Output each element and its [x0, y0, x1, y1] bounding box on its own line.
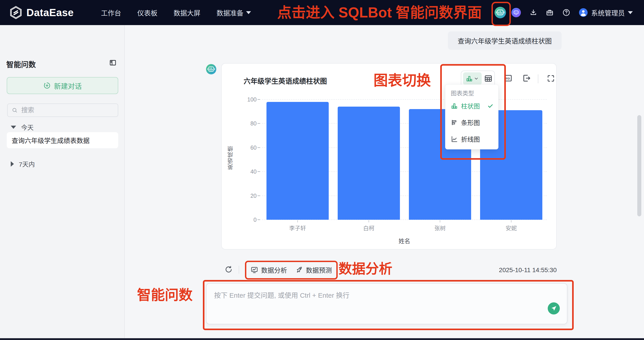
conversation-item[interactable]: 查询六年级学生成绩表数据: [7, 132, 118, 148]
column-chart-icon: [466, 75, 473, 82]
toolbox-button[interactable]: [546, 8, 554, 17]
user-name: 系统管理员: [591, 8, 625, 18]
bar-李子轩: [266, 102, 329, 220]
monitor-analysis-icon: [250, 266, 258, 274]
chevron-down-icon: [246, 11, 251, 14]
y-tick-label: 0: [254, 216, 256, 223]
chart-type-button[interactable]: [463, 72, 482, 85]
chart-type-dropdown: 图表类型 柱状图 条形图 折线图: [445, 84, 498, 150]
chart-card-title: 六年级学生英语成绩柱状图: [244, 76, 327, 86]
dropdown-label: 图表类型: [451, 89, 474, 97]
sidebar-group-today[interactable]: 今天: [0, 123, 125, 132]
sidebar-group-7days[interactable]: 7天内: [0, 160, 125, 168]
send-button[interactable]: [548, 302, 560, 314]
table-view-button[interactable]: [484, 74, 493, 83]
caret-down-icon: [11, 126, 16, 129]
y-tick-mark: [258, 123, 260, 124]
sidebar-title: 智能问数: [6, 59, 36, 70]
scrollbar-thumb[interactable]: [637, 115, 641, 216]
nav-right-icons: 系统管理员: [511, 0, 633, 25]
x-tick-mark: [440, 220, 440, 222]
x-tick-mark: [368, 220, 369, 222]
dropdown-option-bar[interactable]: 条形图: [446, 115, 499, 130]
paper-plane-icon: [550, 305, 557, 312]
y-tick-mark: [258, 148, 260, 148]
fullscreen-button[interactable]: [546, 74, 555, 83]
collapse-panel-icon[interactable]: [109, 59, 117, 67]
y-tick-label: 100: [247, 96, 256, 103]
ai-assistant-button[interactable]: [511, 8, 521, 18]
y-tick-label: 20: [250, 192, 256, 199]
avatar: [578, 8, 588, 17]
user-menu[interactable]: 系统管理员: [578, 8, 633, 18]
data-analysis-button[interactable]: 数据分析: [250, 265, 287, 274]
search-icon: [12, 107, 18, 114]
option-label: 折线图: [461, 134, 480, 144]
brand[interactable]: DataEase: [9, 0, 74, 25]
y-tick-mark: [258, 171, 260, 172]
search-input[interactable]: [21, 106, 114, 114]
brand-name: DataEase: [26, 6, 74, 18]
option-label: 柱状图: [461, 102, 480, 110]
bar-chart-plot: 李子轩白柯张树安妮: [262, 100, 547, 220]
y-tick-label: 80: [250, 120, 256, 127]
y-axis-name: 英语成绩: [226, 146, 236, 170]
annotation-ask: 智能问数: [137, 287, 192, 304]
sidebar: 智能问数 新建对话 今天 查询六年级学生成绩表数据 7天内: [0, 25, 125, 340]
data-analysis-label: 数据分析: [261, 265, 287, 274]
annotation-top: 点击进入 SQLBot 智能问数界面: [277, 4, 482, 22]
sqlbot-icon: [494, 6, 506, 19]
nav-item-dashboard[interactable]: 仪表板: [137, 8, 158, 18]
y-axis-ticks: 020406080100: [238, 100, 256, 220]
sqlbot-nav-button[interactable]: [494, 6, 506, 19]
new-chat-label: 新建对话: [54, 81, 82, 91]
download-button[interactable]: [529, 8, 538, 16]
option-label: 条形图: [461, 118, 480, 127]
svg-text:SQL: SQL: [506, 77, 510, 80]
dropdown-option-column[interactable]: 柱状图: [446, 98, 499, 113]
y-tick-label: 40: [250, 168, 256, 175]
gridline: [262, 99, 547, 100]
help-button[interactable]: [562, 8, 570, 17]
chevron-down-icon: [628, 11, 633, 14]
check-icon: [487, 102, 494, 109]
bar-chart-icon: [451, 119, 458, 126]
nav-menu: 工作台 仪表板 数据大屏 数据准备: [101, 0, 251, 25]
new-chat-button[interactable]: 新建对话: [7, 77, 118, 94]
chevron-down-icon: [474, 76, 479, 81]
column-chart-icon: [451, 102, 458, 110]
user-message-text: 查询六年级学生英语成绩柱状图: [458, 36, 552, 46]
y-tick-mark: [258, 99, 260, 100]
x-tick-mark: [511, 220, 512, 222]
nav-item-workbench[interactable]: 工作台: [101, 8, 121, 18]
refresh-button[interactable]: [224, 265, 233, 274]
export-button[interactable]: [522, 74, 531, 83]
sqlbot-avatar: [206, 64, 217, 75]
x-axis-name: 姓名: [371, 236, 438, 245]
y-tick-mark: [258, 196, 260, 196]
search-box: [7, 104, 118, 117]
rocket-icon: [295, 266, 303, 274]
x-tick-label: 白柯: [344, 224, 394, 232]
circle-plus-icon: [43, 82, 51, 89]
window-bottom-edge: [0, 338, 644, 340]
data-predict-button[interactable]: 数据预测: [295, 265, 332, 274]
annotation-chart-switch: 图表切换: [374, 72, 431, 89]
x-tick-mark: [297, 220, 298, 222]
dropdown-option-line[interactable]: 折线图: [446, 132, 499, 146]
question-input[interactable]: [214, 290, 532, 320]
nav-item-datascreen[interactable]: 数据大屏: [174, 8, 200, 18]
nav-item-dataprep[interactable]: 数据准备: [216, 8, 251, 18]
x-tick-label: 张树: [416, 224, 465, 232]
timestamp: 2025-10-11 14:55:30: [490, 266, 557, 274]
data-predict-label: 数据预测: [306, 265, 332, 274]
y-tick-label: 60: [250, 144, 256, 151]
composer: [206, 283, 568, 324]
annotation-analysis: 数据分析: [338, 261, 392, 277]
line-chart-icon: [451, 136, 458, 143]
sql-view-button[interactable]: SQL: [504, 74, 513, 83]
bar-白柯: [338, 106, 400, 220]
ai-assistant-icon: [511, 8, 521, 18]
group-label: 7天内: [19, 160, 35, 168]
x-tick-label: 李子轩: [273, 224, 322, 232]
